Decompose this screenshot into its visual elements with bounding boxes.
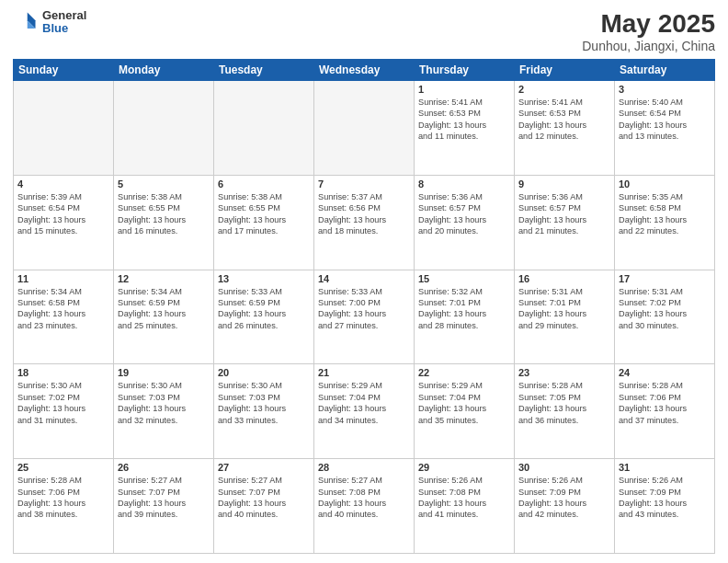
cell-w2-d1: 12Sunrise: 5:34 AM Sunset: 6:59 PM Dayli… [114,270,214,364]
cell-w3-d6: 24Sunrise: 5:28 AM Sunset: 7:06 PM Dayli… [615,364,715,459]
day-info-w3-d2: Sunrise: 5:30 AM Sunset: 7:03 PM Dayligh… [218,380,310,426]
cell-w0-d3 [314,81,415,176]
header-friday: Friday [515,60,615,81]
cell-w3-d4: 22Sunrise: 5:29 AM Sunset: 7:04 PM Dayli… [415,364,515,459]
week-row-3: 18Sunrise: 5:30 AM Sunset: 7:02 PM Dayli… [14,364,715,459]
title-block: May 2025 Dunhou, Jiangxi, China [582,9,715,53]
day-info-w3-d3: Sunrise: 5:29 AM Sunset: 7:04 PM Dayligh… [318,380,410,426]
day-info-w4-d4: Sunrise: 5:26 AM Sunset: 7:08 PM Dayligh… [418,475,510,521]
cell-w2-d4: 15Sunrise: 5:32 AM Sunset: 7:01 PM Dayli… [415,270,515,364]
cell-w0-d4: 1Sunrise: 5:41 AM Sunset: 6:53 PM Daylig… [415,81,515,176]
day-info-w1-d4: Sunrise: 5:36 AM Sunset: 6:57 PM Dayligh… [418,191,510,237]
cell-w3-d3: 21Sunrise: 5:29 AM Sunset: 7:04 PM Dayli… [314,364,415,459]
day-num-w4-d3: 28 [318,462,410,473]
logo-text: General Blue [42,9,86,36]
cell-w3-d1: 19Sunrise: 5:30 AM Sunset: 7:03 PM Dayli… [114,364,214,459]
day-num-w2-d6: 17 [619,273,711,284]
day-num-w2-d3: 14 [318,273,410,284]
week-row-4: 25Sunrise: 5:28 AM Sunset: 7:06 PM Dayli… [14,459,715,554]
day-num-w4-d5: 30 [518,462,610,473]
cell-w3-d0: 18Sunrise: 5:30 AM Sunset: 7:02 PM Dayli… [14,364,114,459]
day-num-w1-d0: 4 [17,178,109,190]
cell-w1-d5: 9Sunrise: 5:36 AM Sunset: 6:57 PM Daylig… [515,175,615,270]
day-num-w4-d6: 31 [619,462,711,473]
cell-w4-d3: 28Sunrise: 5:27 AM Sunset: 7:08 PM Dayli… [314,459,415,554]
day-info-w0-d5: Sunrise: 5:41 AM Sunset: 6:53 PM Dayligh… [518,97,610,143]
day-num-w3-d0: 18 [17,367,109,378]
day-info-w1-d3: Sunrise: 5:37 AM Sunset: 6:56 PM Dayligh… [318,191,410,237]
cell-w1-d0: 4Sunrise: 5:39 AM Sunset: 6:54 PM Daylig… [14,175,114,270]
header-saturday: Saturday [615,60,715,81]
day-info-w4-d2: Sunrise: 5:27 AM Sunset: 7:07 PM Dayligh… [218,475,310,521]
day-info-w3-d0: Sunrise: 5:30 AM Sunset: 7:02 PM Dayligh… [17,380,109,426]
day-info-w2-d5: Sunrise: 5:31 AM Sunset: 7:01 PM Dayligh… [518,286,610,332]
day-num-w3-d2: 20 [218,367,310,378]
week-row-1: 4Sunrise: 5:39 AM Sunset: 6:54 PM Daylig… [14,175,715,270]
calendar-header-row: Sunday Monday Tuesday Wednesday Thursday… [14,60,715,81]
day-info-w0-d4: Sunrise: 5:41 AM Sunset: 6:53 PM Dayligh… [418,97,510,143]
day-num-w3-d1: 19 [118,367,210,378]
day-info-w0-d6: Sunrise: 5:40 AM Sunset: 6:54 PM Dayligh… [619,97,711,143]
day-info-w2-d6: Sunrise: 5:31 AM Sunset: 7:02 PM Dayligh… [619,286,711,332]
day-info-w4-d6: Sunrise: 5:26 AM Sunset: 7:09 PM Dayligh… [619,475,711,521]
day-num-w3-d6: 24 [619,367,711,378]
day-num-w4-d2: 27 [218,462,310,473]
day-info-w3-d6: Sunrise: 5:28 AM Sunset: 7:06 PM Dayligh… [619,380,711,426]
day-info-w2-d0: Sunrise: 5:34 AM Sunset: 6:58 PM Dayligh… [17,286,109,332]
logo-general: General [42,9,86,22]
day-info-w4-d5: Sunrise: 5:26 AM Sunset: 7:09 PM Dayligh… [518,475,610,521]
day-num-w1-d1: 5 [118,178,210,190]
header-thursday: Thursday [415,60,515,81]
cell-w0-d1 [114,81,214,176]
day-info-w1-d5: Sunrise: 5:36 AM Sunset: 6:57 PM Dayligh… [518,191,610,237]
page: General Blue May 2025 Dunhou, Jiangxi, C… [0,0,728,563]
week-row-0: 1Sunrise: 5:41 AM Sunset: 6:53 PM Daylig… [14,81,715,176]
day-info-w1-d1: Sunrise: 5:38 AM Sunset: 6:55 PM Dayligh… [118,191,210,237]
cell-w2-d2: 13Sunrise: 5:33 AM Sunset: 6:59 PM Dayli… [214,270,314,364]
day-num-w2-d2: 13 [218,273,310,284]
cell-w0-d0 [14,81,114,176]
day-info-w4-d3: Sunrise: 5:27 AM Sunset: 7:08 PM Dayligh… [318,475,410,521]
day-num-w1-d5: 9 [518,178,610,190]
day-info-w2-d2: Sunrise: 5:33 AM Sunset: 6:59 PM Dayligh… [218,286,310,332]
day-num-w3-d4: 22 [418,367,510,378]
cell-w1-d3: 7Sunrise: 5:37 AM Sunset: 6:56 PM Daylig… [314,175,415,270]
day-info-w2-d1: Sunrise: 5:34 AM Sunset: 6:59 PM Dayligh… [118,286,210,332]
logo-blue: Blue [42,22,86,35]
cell-w4-d2: 27Sunrise: 5:27 AM Sunset: 7:07 PM Dayli… [214,459,314,554]
calendar-subtitle: Dunhou, Jiangxi, China [582,39,715,53]
day-info-w1-d2: Sunrise: 5:38 AM Sunset: 6:55 PM Dayligh… [218,191,310,237]
day-num-w2-d0: 11 [17,273,109,284]
day-info-w3-d4: Sunrise: 5:29 AM Sunset: 7:04 PM Dayligh… [418,380,510,426]
day-info-w4-d1: Sunrise: 5:27 AM Sunset: 7:07 PM Dayligh… [118,475,210,521]
day-num-w4-d0: 25 [17,462,109,473]
day-num-w4-d4: 29 [418,462,510,473]
header-tuesday: Tuesday [214,60,314,81]
day-num-w3-d3: 21 [318,367,410,378]
day-num-w0-d4: 1 [418,84,510,95]
header-wednesday: Wednesday [314,60,415,81]
day-num-w1-d6: 10 [619,178,711,190]
day-info-w2-d3: Sunrise: 5:33 AM Sunset: 7:00 PM Dayligh… [318,286,410,332]
week-row-2: 11Sunrise: 5:34 AM Sunset: 6:58 PM Dayli… [14,270,715,364]
day-num-w4-d1: 26 [118,462,210,473]
cell-w2-d6: 17Sunrise: 5:31 AM Sunset: 7:02 PM Dayli… [615,270,715,364]
day-info-w1-d0: Sunrise: 5:39 AM Sunset: 6:54 PM Dayligh… [17,191,109,237]
day-num-w1-d2: 6 [218,178,310,190]
logo-icon [13,9,39,35]
cell-w4-d1: 26Sunrise: 5:27 AM Sunset: 7:07 PM Dayli… [114,459,214,554]
header-sunday: Sunday [14,60,114,81]
cell-w1-d6: 10Sunrise: 5:35 AM Sunset: 6:58 PM Dayli… [615,175,715,270]
cell-w1-d2: 6Sunrise: 5:38 AM Sunset: 6:55 PM Daylig… [214,175,314,270]
cell-w0-d6: 3Sunrise: 5:40 AM Sunset: 6:54 PM Daylig… [615,81,715,176]
cell-w3-d5: 23Sunrise: 5:28 AM Sunset: 7:05 PM Dayli… [515,364,615,459]
day-num-w0-d6: 3 [619,84,711,95]
day-num-w2-d5: 16 [518,273,610,284]
day-num-w2-d1: 12 [118,273,210,284]
logo: General Blue [13,9,86,36]
cell-w2-d3: 14Sunrise: 5:33 AM Sunset: 7:00 PM Dayli… [314,270,415,364]
day-num-w1-d4: 8 [418,178,510,190]
calendar-table: Sunday Monday Tuesday Wednesday Thursday… [13,59,715,554]
cell-w0-d5: 2Sunrise: 5:41 AM Sunset: 6:53 PM Daylig… [515,81,615,176]
cell-w4-d0: 25Sunrise: 5:28 AM Sunset: 7:06 PM Dayli… [14,459,114,554]
